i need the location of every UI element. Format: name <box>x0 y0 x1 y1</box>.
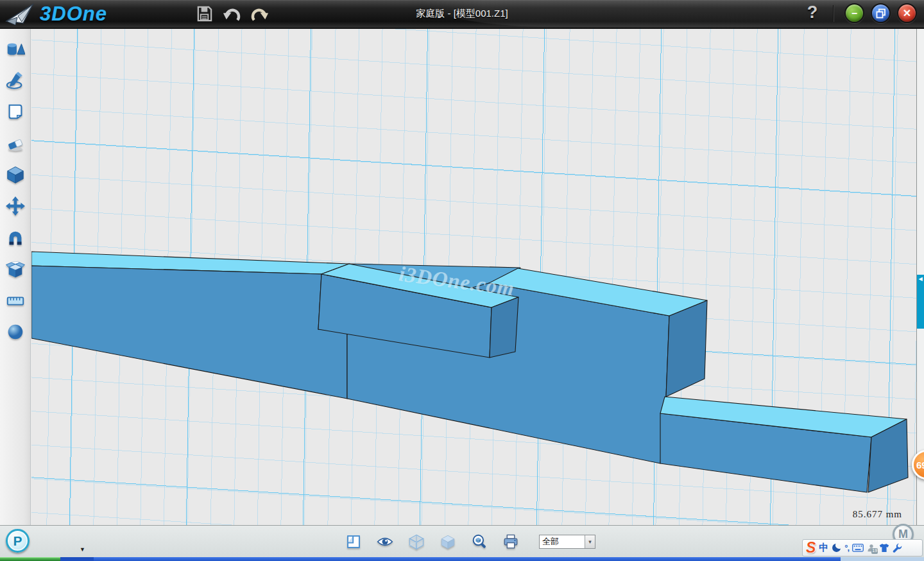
os-taskbar-sliver <box>0 557 924 561</box>
taskbar-start-segment[interactable] <box>0 557 60 561</box>
minimize-button[interactable]: − <box>844 3 864 23</box>
p-badge-label: P <box>13 533 22 549</box>
save-icon <box>196 5 213 22</box>
redo-icon <box>250 4 269 23</box>
keyboard-icon[interactable] <box>852 544 864 552</box>
sidebar-item-sketch-plane[interactable] <box>6 102 25 121</box>
p-plugin-badge[interactable]: P <box>6 529 30 553</box>
redo-button[interactable] <box>250 4 269 23</box>
taskbar-quicklaunch-segment <box>60 557 94 561</box>
visibility-button[interactable] <box>377 533 393 550</box>
chinese-mode-icon[interactable]: 中 <box>819 542 828 554</box>
taskbar-tray-segment <box>841 557 924 561</box>
print-button[interactable] <box>502 533 519 550</box>
sidebar-item-special-effects[interactable] <box>6 259 25 279</box>
close-icon: ✕ <box>903 8 911 19</box>
sogou-logo-icon[interactable]: S <box>806 540 816 555</box>
person-icon[interactable]: 19 <box>867 544 876 553</box>
sidebar-item-move[interactable] <box>6 196 25 216</box>
wireframe-display-button[interactable] <box>408 533 425 550</box>
statusbar-dropdown-caret[interactable]: ▼ <box>80 546 85 553</box>
status-bar: P ▼ <box>0 525 924 557</box>
skin-tshirt-icon[interactable] <box>879 543 889 553</box>
restore-icon <box>876 8 886 19</box>
model-viewport[interactable] <box>31 29 916 525</box>
titlebar-divider <box>833 5 834 22</box>
minimize-icon: − <box>851 8 857 19</box>
chevron-left-icon: ◀ <box>918 276 922 282</box>
help-button[interactable]: ? <box>802 3 823 24</box>
caret-down-icon: ▼ <box>80 546 85 553</box>
sidebar-item-primitives[interactable] <box>6 39 25 58</box>
wrench-icon[interactable] <box>893 543 902 553</box>
panel-expand-tab[interactable]: ◀ <box>917 275 924 329</box>
zoom-button[interactable] <box>471 533 488 550</box>
sidebar-item-magnet[interactable] <box>6 228 25 247</box>
undo-button[interactable] <box>222 4 241 23</box>
taskbar-main-segment <box>94 557 841 561</box>
help-icon: ? <box>807 3 818 22</box>
sidebar-item-material[interactable] <box>6 322 25 341</box>
shaded-display-button[interactable] <box>440 533 456 550</box>
scale-indicator: 85.677 mm <box>853 509 902 520</box>
sidebar-item-measure[interactable] <box>6 291 25 310</box>
logo-text: 3DOne <box>40 3 107 26</box>
save-button[interactable] <box>194 4 214 23</box>
input-method-tray: S 中 °, 19 <box>802 539 923 557</box>
sidebar-item-eraser[interactable] <box>6 134 25 153</box>
title-bar: 3DOne 家庭版 - [模型001.Z1] ? <box>0 0 924 29</box>
close-button[interactable]: ✕ <box>897 3 917 23</box>
moon-icon[interactable] <box>832 543 841 553</box>
sidebar-item-sketch[interactable] <box>6 71 25 90</box>
view-plane-button[interactable] <box>345 533 362 550</box>
window-title: 家庭版 - [模型001.Z1] <box>0 0 924 27</box>
model-face-hull-left-side <box>31 266 347 399</box>
combo-selected-value: 全部 <box>540 536 585 548</box>
paper-plane-icon <box>5 2 35 26</box>
maximize-button[interactable] <box>871 3 891 23</box>
app-logo: 3DOne <box>5 2 107 26</box>
sidebar-item-solid-features[interactable] <box>6 165 25 184</box>
undo-icon <box>223 4 241 23</box>
viewport-canvas[interactable]: i3DOne.com 85.677 mm <box>31 29 916 525</box>
combo-arrow-icon: ▾ <box>585 535 595 548</box>
punctuation-icon[interactable]: °, <box>844 543 849 553</box>
tool-sidebar <box>0 29 31 525</box>
display-filter-combo[interactable]: 全部 ▾ <box>539 535 595 549</box>
notification-count: 69 <box>916 460 924 470</box>
person-badge-count: 19 <box>871 548 878 553</box>
model-face-cabin-end <box>490 297 518 358</box>
